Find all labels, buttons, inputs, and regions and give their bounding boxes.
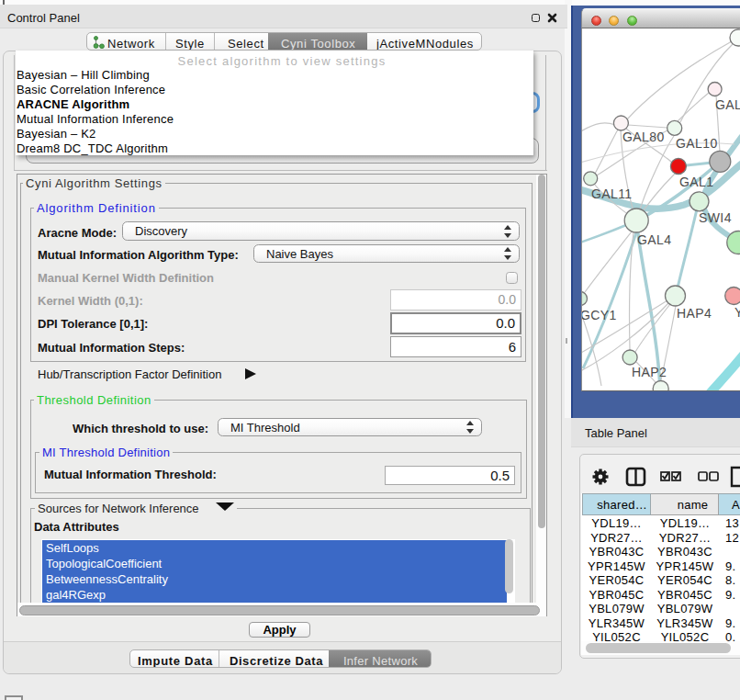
svg-text:GAL10: GAL10 xyxy=(676,136,718,151)
svg-text:GCY1: GCY1 xyxy=(582,308,617,322)
svg-text:SWI4: SWI4 xyxy=(699,210,732,225)
svg-text:GAL1: GAL1 xyxy=(679,175,713,189)
svg-text:GAL2: GAL2 xyxy=(715,97,740,112)
svg-text:HAP4: HAP4 xyxy=(677,306,712,321)
svg-text:HAP2: HAP2 xyxy=(632,365,667,379)
svg-text:GAL11: GAL11 xyxy=(591,186,633,201)
svg-text:GAL4: GAL4 xyxy=(637,232,671,247)
svg-text:Y: Y xyxy=(734,305,740,320)
svg-text:GAL80: GAL80 xyxy=(622,130,665,144)
